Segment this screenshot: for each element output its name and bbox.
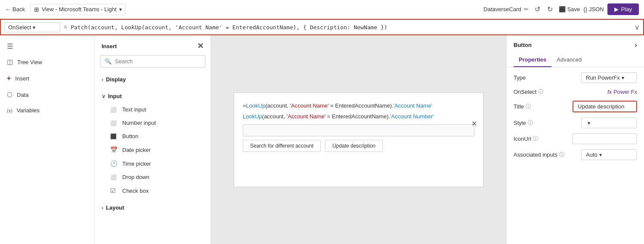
- prop-row-associated: Associated inputs ⓘ Auto: [514, 149, 637, 160]
- style-label-text: Style: [514, 120, 526, 126]
- iconurl-input[interactable]: [573, 133, 637, 144]
- onselect-label: OnSelect ⓘ: [514, 88, 543, 96]
- title-info-icon[interactable]: ⓘ: [526, 103, 531, 110]
- prop-row-type: Type Run PowerFx: [514, 72, 637, 83]
- tab-properties[interactable]: Properties: [514, 53, 551, 67]
- json-braces-icon: {}: [583, 6, 587, 12]
- right-panel-tabs: Properties Advanced: [507, 53, 644, 67]
- insert-item-button[interactable]: ⬛ Button: [95, 130, 211, 143]
- layout-section-header[interactable]: › Layout: [95, 201, 211, 214]
- insert-close-button[interactable]: ✕: [197, 41, 204, 51]
- associated-value: Auto: [586, 151, 598, 158]
- insert-item-text-input[interactable]: ⬜ Text input: [95, 103, 211, 116]
- iconurl-label-text: IconUrl: [514, 136, 531, 142]
- insert-panel-title: Insert: [102, 43, 117, 49]
- insert-item-date-picker[interactable]: 📅 Date picker: [95, 143, 211, 157]
- insert-search-box[interactable]: 🔍: [100, 55, 205, 68]
- variables-icon: (x): [7, 108, 12, 113]
- insert-section-display: › Display: [95, 71, 211, 88]
- layout-chevron-icon: ›: [102, 205, 103, 211]
- formula-input[interactable]: [71, 24, 631, 31]
- top-bar: ← Back ⊞ View - Microsoft Teams - Light …: [0, 0, 644, 19]
- save-label: Save: [567, 6, 580, 12]
- insert-item-number-input[interactable]: ⬜ Number input: [95, 116, 211, 130]
- insert-icon: +: [7, 74, 11, 82]
- sidebar-label-data: Data: [17, 92, 28, 98]
- play-icon: ▶: [614, 6, 619, 12]
- time-picker-label: Time picker: [122, 161, 151, 167]
- associated-info-icon[interactable]: ⓘ: [559, 151, 564, 158]
- canvas-buttons: Search for different account Update desc…: [243, 140, 474, 152]
- update-description-button[interactable]: Update description: [325, 140, 383, 152]
- iconurl-info-icon[interactable]: ⓘ: [533, 135, 538, 142]
- right-panel-expand-icon[interactable]: ›: [635, 40, 637, 49]
- display-section-label: Display: [106, 76, 126, 83]
- top-bar-right: DataverseCard ✏ ↺ ↻ ⬛ Save {} JSON ▶ Pla…: [483, 3, 639, 15]
- style-info-icon[interactable]: ⓘ: [528, 119, 533, 127]
- view-chevron-icon: [119, 6, 122, 12]
- fx-icon: fx: [607, 89, 612, 95]
- property-selector[interactable]: OnSelect: [4, 22, 60, 32]
- back-arrow-icon: ←: [5, 6, 11, 12]
- sidebar-item-tree-view[interactable]: ◫ Tree View: [0, 54, 94, 70]
- associated-label: Associated inputs ⓘ: [514, 151, 564, 158]
- associated-label-text: Associated inputs: [514, 151, 557, 158]
- main-layout: ☰ ◫ Tree View + Insert ⬡ Data (x) Variab…: [0, 35, 644, 244]
- insert-panel: Insert ✕ 🔍 › Display ∨ Input ⬜ Text inpu…: [95, 35, 211, 244]
- button-label: Button: [122, 133, 139, 139]
- save-button[interactable]: ⬛ Save: [559, 6, 580, 12]
- menu-hamburger-icon[interactable]: ☰: [0, 39, 94, 54]
- onselect-info-icon[interactable]: ⓘ: [538, 88, 543, 96]
- back-button[interactable]: ← Back: [5, 6, 25, 12]
- formula-expand-icon[interactable]: ∨: [635, 23, 640, 31]
- title-label-text: Title: [514, 103, 524, 110]
- insert-item-time-picker[interactable]: 🕐 Time picker: [95, 157, 211, 170]
- equals-sign: =: [64, 24, 67, 31]
- title-input[interactable]: Update description: [573, 101, 637, 112]
- prop-row-onselect: OnSelect ⓘ fx Power Fx: [514, 88, 637, 96]
- iconurl-label: IconUrl ⓘ: [514, 135, 538, 142]
- display-section-header[interactable]: › Display: [95, 73, 211, 86]
- canvas-card: =LookUp(account, 'Account Name' = Entere…: [234, 93, 483, 187]
- sidebar-item-data[interactable]: ⬡ Data: [0, 86, 94, 103]
- input-chevron-icon: ∨: [102, 93, 105, 99]
- prop-row-title: Title ⓘ Update description: [514, 101, 637, 112]
- back-label: Back: [12, 6, 25, 12]
- view-selector[interactable]: ⊞ View - Microsoft Teams - Light: [30, 4, 126, 15]
- onselect-value-text: Power Fx: [613, 89, 637, 95]
- onselect-fx-value[interactable]: fx Power Fx: [607, 89, 637, 95]
- right-panel-title: Button: [514, 42, 532, 48]
- sidebar-item-variables[interactable]: (x) Variables: [0, 103, 94, 118]
- input-section-header[interactable]: ∨ Input: [95, 90, 211, 103]
- insert-item-check-box[interactable]: ☑ Check box: [95, 184, 211, 198]
- search-different-account-button[interactable]: Search for different account: [243, 140, 321, 152]
- insert-section-layout: › Layout: [95, 199, 211, 216]
- json-button[interactable]: {} JSON: [583, 6, 604, 12]
- check-box-icon: ☑: [110, 187, 118, 194]
- save-icon: ⬛: [559, 6, 566, 12]
- canvas-close-icon[interactable]: ✕: [471, 120, 477, 128]
- type-select[interactable]: Run PowerFx: [581, 72, 637, 83]
- redo-button[interactable]: ↻: [545, 3, 555, 15]
- sidebar-item-insert[interactable]: + Insert: [0, 70, 94, 86]
- title-value: Update description: [578, 103, 624, 110]
- right-panel-header: Button ›: [507, 35, 644, 49]
- associated-select[interactable]: Auto: [581, 149, 637, 160]
- style-select[interactable]: [581, 117, 637, 128]
- property-label: OnSelect: [8, 24, 31, 31]
- time-picker-icon: 🕐: [110, 160, 118, 167]
- canvas-area[interactable]: =LookUp(account, 'Account Name' = Entere…: [211, 35, 506, 244]
- insert-section-input: ∨ Input ⬜ Text input ⬜ Number input ⬛ Bu…: [95, 88, 211, 199]
- text-input-label: Text input: [122, 106, 146, 113]
- canvas-formula-line-1: =LookUp(account, 'Account Name' = Entere…: [243, 102, 474, 110]
- insert-item-drop-down[interactable]: ⬜ Drop down: [95, 170, 211, 184]
- tab-advanced[interactable]: Advanced: [551, 53, 587, 67]
- type-label: Type: [514, 74, 526, 81]
- undo-button[interactable]: ↺: [532, 3, 543, 15]
- search-input[interactable]: [115, 58, 201, 65]
- edit-icon[interactable]: ✏: [524, 6, 529, 12]
- sidebar-label-variables: Variables: [17, 107, 40, 114]
- button-icon: ⬛: [110, 133, 118, 139]
- play-button[interactable]: ▶ Play: [607, 3, 639, 15]
- canvas-empty-input[interactable]: [243, 124, 474, 136]
